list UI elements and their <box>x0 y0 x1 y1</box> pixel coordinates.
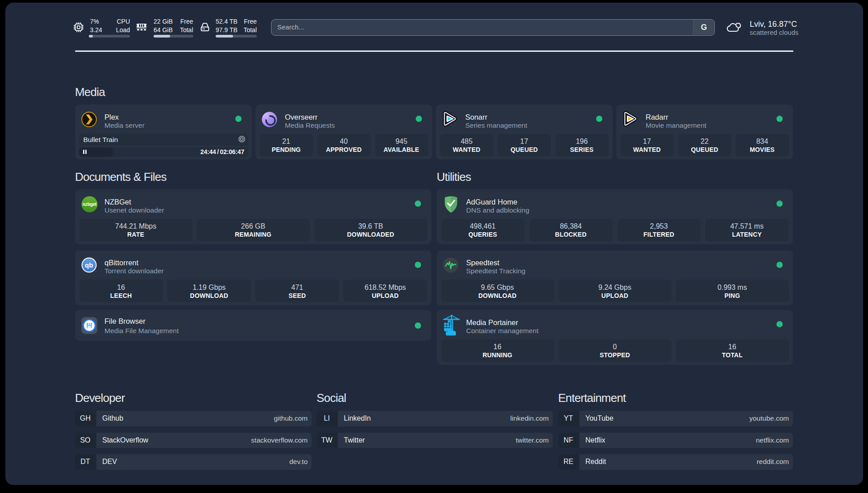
svg-text:qb: qb <box>85 261 93 269</box>
svg-text:nzbget: nzbget <box>83 202 97 207</box>
